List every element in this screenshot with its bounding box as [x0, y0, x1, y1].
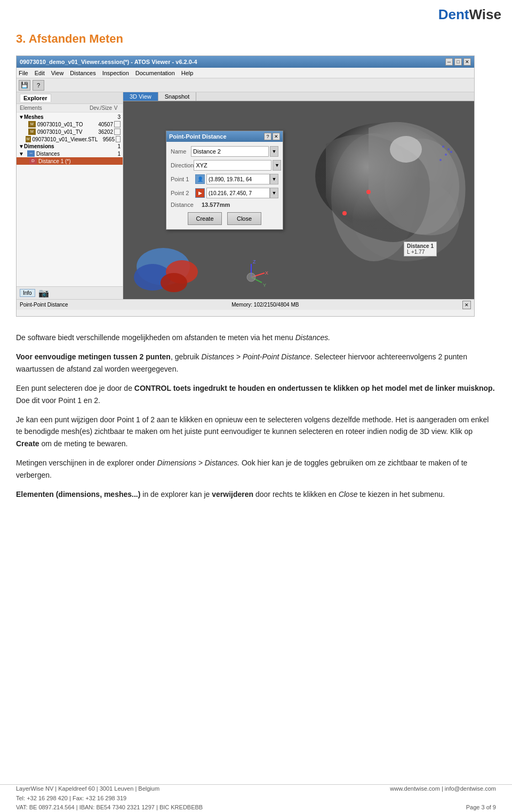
footer-left: LayerWise NV | Kapeldreef 60 | 3001 Leuv… [16, 784, 203, 812]
distance-label-line1: Distance 1 [407, 243, 434, 249]
tree-item[interactable]: M 09073010_v01_TO 40507 [17, 120, 123, 128]
menu-view[interactable]: View [51, 70, 64, 76]
tree-dimensions-group[interactable]: ▼ Dimensions 1 [17, 143, 123, 150]
ppd-dialog: Point-Point Distance ? ✕ Name [166, 131, 283, 230]
ppd-close-btn[interactable]: ✕ [273, 133, 280, 140]
tree-item[interactable]: M 09073010_v01_TV 36202 [17, 128, 123, 135]
menu-file[interactable]: File [19, 70, 28, 76]
view-tabs: 3D View Snapshot [123, 92, 474, 101]
toolbar: 💾 ? [17, 78, 474, 92]
tab-snapshot[interactable]: Snapshot [158, 92, 196, 101]
svg-text:X: X [265, 270, 268, 276]
ppd-window-buttons: ? ✕ [264, 133, 280, 140]
p2-bold-start: Voor eenvoudige metingen tussen 2 punten [16, 352, 171, 361]
svg-point-16 [161, 273, 187, 292]
window-titlebar: 09073010_demo_v01_Viewer.session(*) - AT… [17, 56, 474, 68]
camera-icon[interactable]: 📷 [38, 288, 49, 298]
ppd-name-label: Name [171, 148, 191, 155]
footer-phone: Tel: +32 16 298 420 | Fax: +32 16 298 31… [16, 794, 203, 803]
p6-bold-start: Elementen (dimensions, meshes...) [16, 490, 140, 499]
ppd-point1-value: (3.890, 19.781, 64 [206, 174, 270, 184]
ppd-direction-input[interactable] [194, 160, 271, 171]
menu-inspection[interactable]: Inspection [102, 70, 129, 76]
ppd-direction-dropdown[interactable]: ▼ [273, 160, 281, 171]
ppd-point2-icon: ▶ [195, 188, 205, 198]
ppd-point2-value: (10.216, 27.450, 7 [206, 188, 270, 198]
explorer-tab[interactable]: Explorer [20, 94, 51, 102]
ppd-name-input[interactable] [191, 146, 269, 157]
status-left: Point-Point Distance [20, 302, 68, 308]
footer-page: Page 3 of 9 [390, 803, 496, 812]
ppd-close-dialog-button[interactable]: Close [227, 212, 261, 225]
ppd-direction-label: Direction [171, 162, 194, 168]
ppd-distance-value: 13.577mm [202, 202, 230, 208]
p5-italic: Dimensions > Distances. [157, 459, 239, 467]
section-number: 3. [16, 32, 26, 45]
menu-distances[interactable]: Distances [70, 70, 95, 76]
status-right: Memory: 102/2150/4804 MB [231, 302, 299, 308]
window-title: 09073010_demo_v01_Viewer.session(*) - AT… [20, 59, 197, 65]
ppd-point1-label: Point 1 [171, 176, 195, 182]
svg-text:Z: Z [253, 259, 256, 264]
distance-label: Distance 1 L +1.77 [404, 242, 437, 256]
ppd-help-btn[interactable]: ? [264, 133, 271, 140]
paragraph-1: De software biedt verschillende mogelijk… [16, 332, 496, 343]
ppd-titlebar: Point-Point Distance ? ✕ [166, 131, 283, 142]
tree-distances-group[interactable]: ▼ ↔ Distances 1 [17, 150, 123, 157]
menu-bar: File Edit View Distances Inspection Docu… [17, 68, 474, 78]
logo: DentWise [438, 6, 501, 23]
ppd-name-input-group: ▼ [191, 146, 278, 157]
3d-canvas[interactable]: X Z Y Distance 1 L +1.77 Point-Point Di [123, 101, 474, 299]
ppd-point1-dropdown[interactable]: ▼ [270, 174, 278, 184]
ppd-direction-input-group: ▼ [194, 160, 281, 171]
paragraph-4: Je kan een punt wijzigen door Point 1 of… [16, 414, 496, 449]
tree-meshes-group[interactable]: ▼ Meshes 3 [17, 114, 123, 120]
ppd-point1-row: Point 1 👤 (3.890, 19.781, 64 ▼ [171, 174, 278, 184]
ppd-body: Name ▼ Direction [166, 142, 283, 229]
ppd-direction-row: Direction ▼ [171, 160, 278, 171]
svg-point-6 [342, 211, 347, 215]
explorer-info-bar: Info 📷 [17, 286, 123, 299]
col-devsize-label: Dev./Size [83, 105, 112, 111]
ppd-point1-icon: 👤 [195, 174, 205, 184]
menu-documentation[interactable]: Documentation [135, 70, 175, 76]
paragraph-2: Voor eenvoudige metingen tussen 2 punten… [16, 351, 496, 375]
paragraph-3: Een punt selecteren doe je door de CONTR… [16, 382, 496, 406]
ppd-create-button[interactable]: Create [188, 212, 222, 225]
svg-point-5 [390, 136, 422, 163]
ppd-name-row: Name ▼ [171, 146, 278, 157]
tab-3d-view[interactable]: 3D View [123, 92, 158, 101]
p4-create-bold: Create [16, 439, 39, 448]
menu-help[interactable]: Help [181, 70, 194, 76]
status-close-btn[interactable]: ✕ [462, 301, 471, 309]
menu-edit[interactable]: Edit [35, 70, 45, 76]
footer-vat: VAT: BE 0897.214.564 | IBAN: BE54 7340 2… [16, 803, 203, 812]
tree-distance1-item[interactable]: D Distance 1 (*) [17, 157, 123, 165]
toolbar-save[interactable]: 💾 [19, 80, 30, 91]
ppd-point2-row: Point 2 ▶ (10.216, 27.450, 7 ▼ [171, 188, 278, 198]
status-bar: Point-Point Distance Memory: 102/2150/48… [17, 299, 474, 310]
ppd-name-dropdown[interactable]: ▼ [270, 146, 278, 157]
explorer-col-headers: Elements Dev./Size V [17, 104, 123, 112]
toolbar-help[interactable]: ? [33, 80, 44, 91]
svg-point-7 [366, 190, 371, 194]
info-button[interactable]: Info [20, 289, 35, 297]
p1-italic: Distances. [295, 333, 330, 342]
p2-italic: Distances > Point-Point Distance [201, 352, 310, 361]
window-control-buttons: ─ □ ✕ [445, 58, 471, 66]
svg-point-10 [445, 154, 447, 156]
ppd-distance-label: Distance [171, 202, 202, 208]
footer-company: LayerWise NV | Kapeldreef 60 | 3001 Leuv… [16, 784, 203, 794]
svg-point-8 [442, 146, 444, 148]
tree-item[interactable]: M 09073010_v01_Viewer.STL 9565 [17, 135, 123, 143]
minimize-button[interactable]: ─ [445, 58, 453, 66]
col-v-label: V [112, 105, 119, 111]
window-main-area: Explorer Elements Dev./Size V ▼ Meshes 3 [17, 92, 474, 299]
distance-label-line2: L +1.77 [407, 249, 434, 255]
ppd-dialog-buttons: Create Close [171, 212, 278, 225]
p6-italic-close: Close [339, 490, 358, 499]
close-button[interactable]: ✕ [463, 58, 471, 66]
maximize-button[interactable]: □ [454, 58, 462, 66]
3d-view-panel: 3D View Snapshot [123, 92, 474, 299]
ppd-point2-dropdown[interactable]: ▼ [270, 188, 278, 198]
